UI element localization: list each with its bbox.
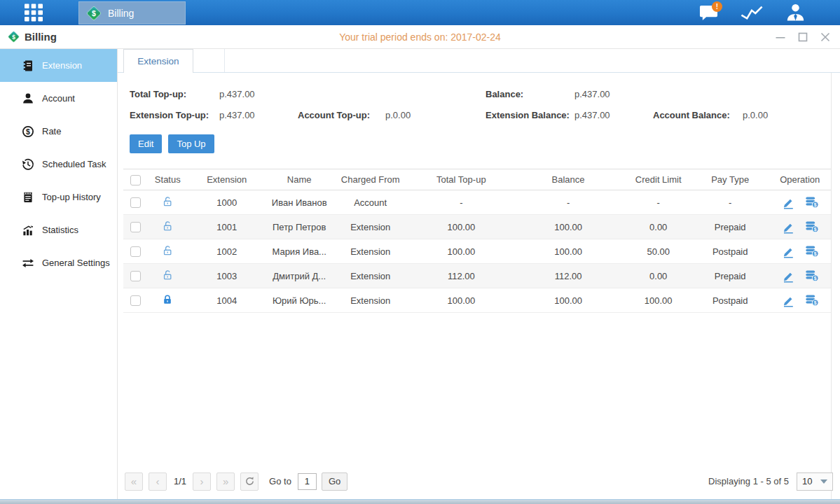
account-topup-label: Account Top-up: — [298, 110, 385, 120]
billing-app-window: $ Billing ! — [0, 0, 840, 504]
row-checkbox[interactable] — [130, 295, 141, 306]
column-header: Status — [147, 169, 188, 190]
taskbar-status-icons: ! — [696, 0, 808, 25]
topup-icon[interactable]: $ — [805, 220, 819, 234]
notification-badge: ! — [712, 1, 722, 12]
edit-button[interactable]: Edit — [130, 134, 162, 153]
edit-icon[interactable] — [781, 245, 795, 258]
close-button[interactable] — [820, 32, 830, 43]
cell-balance: 100.00 — [515, 215, 622, 239]
cell-name: Иван Иванов — [266, 190, 333, 215]
edit-icon[interactable] — [781, 220, 795, 234]
edit-icon[interactable] — [781, 270, 795, 283]
go-button[interactable]: Go — [322, 472, 347, 491]
balance-value: p.437.00 — [574, 89, 653, 99]
top-up-button[interactable]: Top Up — [168, 134, 214, 153]
user-account-icon[interactable] — [783, 2, 808, 23]
sidebar-item-statistics[interactable]: Statistics — [0, 214, 117, 246]
account-topup-value: p.0.00 — [385, 110, 486, 120]
svg-text:$: $ — [814, 226, 817, 232]
page-indicator: 1/1 — [174, 476, 186, 486]
rate-icon: $ — [22, 125, 34, 138]
cell-name: Петр Петров — [266, 215, 333, 239]
column-header: Pay Type — [695, 169, 765, 190]
taskbar-tab-label: Billing — [108, 8, 134, 19]
chat-icon[interactable]: ! — [696, 2, 721, 23]
row-checkbox[interactable] — [130, 222, 141, 232]
cell-balance: 112.00 — [515, 264, 622, 288]
cell-operation: $ — [765, 264, 834, 288]
prev-page-button[interactable]: ‹ — [149, 472, 167, 491]
scrollbar-track[interactable] — [831, 73, 840, 499]
svg-text:$: $ — [92, 8, 96, 17]
sidebar-item-label: Top-up History — [42, 192, 101, 202]
sidebar: ExtensionAccount$RateScheduled TaskTop-u… — [0, 49, 118, 499]
page-size-select[interactable]: 10 — [797, 472, 833, 491]
apps-grid-icon[interactable] — [24, 4, 43, 22]
user-icon — [22, 92, 34, 105]
cell-operation: $ — [765, 215, 834, 239]
tab-divider — [224, 49, 225, 72]
cell-credit-limit: 0.00 — [621, 264, 695, 288]
minimize-button[interactable] — [775, 32, 785, 43]
goto-page-input[interactable] — [298, 473, 317, 490]
sidebar-item-account[interactable]: Account — [0, 82, 117, 115]
notepad-icon — [22, 191, 34, 204]
window-title: Billing — [25, 31, 57, 43]
column-header: Charged From — [333, 169, 408, 190]
tab-extension[interactable]: Extension — [123, 49, 193, 73]
cell-extension: 1002 — [188, 239, 266, 264]
tab-bar: Extension — [118, 49, 840, 73]
cell-pay-type: - — [695, 190, 765, 215]
cell-balance: 100.00 — [515, 288, 622, 313]
table-row: 1002Мария Ива...Extension100.00100.0050.… — [123, 239, 834, 264]
row-checkbox[interactable] — [130, 271, 141, 281]
row-checkbox[interactable] — [130, 246, 141, 257]
window-titlebar: $ Billing Your trial period ends on: 201… — [0, 25, 840, 49]
column-header: Balance — [515, 169, 622, 190]
stats-icon — [22, 224, 34, 237]
cell-name: Мария Ива... — [266, 239, 333, 264]
cell-total-topup: 100.00 — [408, 215, 515, 239]
first-page-button[interactable]: « — [125, 472, 143, 491]
sidebar-item-label: General Settings — [42, 258, 110, 268]
topup-icon[interactable]: $ — [805, 294, 819, 307]
last-page-button[interactable]: » — [216, 472, 235, 491]
topup-icon[interactable]: $ — [805, 245, 819, 258]
displaying-label: Displaying 1 - 5 of 5 — [708, 476, 789, 486]
sidebar-item-scheduled-task[interactable]: Scheduled Task — [0, 148, 117, 181]
sidebar-item-topup-history[interactable]: Top-up History — [0, 181, 117, 214]
edit-icon[interactable] — [781, 294, 795, 307]
cell-extension: 1000 — [188, 190, 266, 215]
svg-text:$: $ — [814, 251, 817, 256]
chevron-down-icon — [820, 479, 827, 484]
select-all-checkbox[interactable] — [130, 175, 141, 186]
window-controls — [775, 25, 830, 49]
topup-icon[interactable]: $ — [805, 270, 819, 283]
extension-table: StatusExtensionNameCharged FromTotal Top… — [123, 169, 834, 313]
table-row: 1001Петр ПетровExtension100.00100.000.00… — [123, 215, 834, 239]
taskbar-tab-billing[interactable]: $ Billing — [78, 1, 186, 24]
cell-operation: $ — [765, 190, 834, 215]
sidebar-item-label: Statistics — [42, 225, 78, 235]
topup-icon[interactable]: $ — [805, 196, 819, 209]
action-buttons: Edit Top Up — [130, 134, 840, 153]
edit-icon[interactable] — [781, 196, 795, 209]
window-bottom-edge — [0, 499, 840, 504]
cell-operation: $ — [765, 239, 834, 264]
maximize-button[interactable] — [797, 32, 808, 43]
refresh-icon[interactable] — [240, 472, 259, 491]
cell-credit-limit: 100.00 — [621, 288, 695, 313]
sidebar-item-extension[interactable]: Extension — [0, 49, 117, 82]
row-checkbox[interactable] — [130, 197, 141, 208]
next-page-button[interactable]: › — [193, 472, 211, 491]
sidebar-item-general-settings[interactable]: General Settings — [0, 246, 117, 279]
lock-open-icon — [162, 220, 173, 232]
sidebar-item-rate[interactable]: $Rate — [0, 115, 117, 148]
cell-extension: 1004 — [188, 288, 266, 313]
trial-notice: Your trial period ends on: 2017-02-24 — [0, 31, 840, 43]
resource-monitor-icon[interactable] — [739, 2, 764, 23]
cell-balance: 100.00 — [515, 239, 622, 264]
account-balance-label: Account Balance: — [653, 110, 743, 120]
total-topup-label: Total Top-up: — [130, 89, 219, 99]
